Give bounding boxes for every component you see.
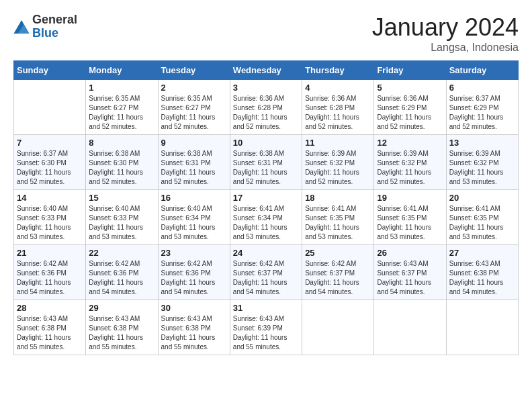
day-number: 16 [161,193,227,203]
sunrise-label: Sunrise: 6:42 AM [17,260,68,267]
daylight-label: Daylight: 11 hours and 53 minutes. [233,224,287,240]
day-info: Sunrise: 6:43 AMSunset: 6:38 PMDaylight:… [89,314,154,352]
calendar-cell: 14Sunrise: 6:40 AMSunset: 6:33 PMDayligh… [14,190,86,245]
daylight-label: Daylight: 11 hours and 53 minutes. [89,224,143,240]
weekday-header-wednesday: Wednesday [230,61,302,80]
weekday-header-saturday: Saturday [446,61,518,80]
sunset-label: Sunset: 6:28 PM [305,104,355,111]
sunrise-label: Sunrise: 6:43 AM [17,315,68,322]
sunset-label: Sunset: 6:33 PM [17,214,66,222]
sunset-label: Sunset: 6:38 PM [89,324,138,332]
calendar-cell: 13Sunrise: 6:39 AMSunset: 6:32 PMDayligh… [446,135,518,190]
title-block: January 2024 Langsa, Indonesia [372,13,519,54]
sunset-label: Sunset: 6:34 PM [161,214,211,222]
week-row-2: 7Sunrise: 6:37 AMSunset: 6:30 PMDaylight… [14,135,519,190]
sunrise-label: Sunrise: 6:41 AM [233,205,284,212]
sunrise-label: Sunrise: 6:36 AM [305,95,356,102]
daylight-label: Daylight: 11 hours and 52 minutes. [233,169,287,185]
calendar-cell: 25Sunrise: 6:42 AMSunset: 6:37 PMDayligh… [302,245,374,300]
daylight-label: Daylight: 11 hours and 54 minutes. [17,279,71,295]
weekday-header-thursday: Thursday [302,61,374,80]
sunset-label: Sunset: 6:39 PM [233,324,283,332]
calendar-cell: 2Sunrise: 6:35 AMSunset: 6:27 PMDaylight… [158,80,230,135]
daylight-label: Daylight: 11 hours and 55 minutes. [233,334,287,351]
page-header: General Blue January 2024 Langsa, Indone… [13,13,519,54]
day-info: Sunrise: 6:43 AMSunset: 6:38 PMDaylight:… [449,259,515,297]
day-number: 23 [161,248,227,258]
sunrise-label: Sunrise: 6:38 AM [233,150,284,157]
sunset-label: Sunset: 6:27 PM [161,104,211,111]
day-number: 9 [161,138,227,148]
sunrise-label: Sunrise: 6:41 AM [305,205,356,212]
sunrise-label: Sunrise: 6:38 AM [89,150,140,157]
calendar-cell: 4Sunrise: 6:36 AMSunset: 6:28 PMDaylight… [302,80,374,135]
sunset-label: Sunset: 6:38 PM [17,324,66,332]
calendar-cell: 16Sunrise: 6:40 AMSunset: 6:34 PMDayligh… [158,190,230,245]
day-info: Sunrise: 6:40 AMSunset: 6:33 PMDaylight:… [17,204,83,242]
day-number: 22 [89,248,154,258]
daylight-label: Daylight: 11 hours and 53 minutes. [449,169,504,185]
sunrise-label: Sunrise: 6:36 AM [377,95,428,102]
calendar-cell: 12Sunrise: 6:39 AMSunset: 6:32 PMDayligh… [374,135,446,190]
calendar-cell: 31Sunrise: 6:43 AMSunset: 6:39 PMDayligh… [230,300,302,355]
sunrise-label: Sunrise: 6:40 AM [161,205,212,212]
sunrise-label: Sunrise: 6:43 AM [161,315,212,322]
logo-general: General [32,13,77,27]
day-info: Sunrise: 6:39 AMSunset: 6:32 PMDaylight:… [449,149,515,187]
sunset-label: Sunset: 6:38 PM [449,269,499,277]
daylight-label: Daylight: 11 hours and 54 minutes. [89,279,143,295]
daylight-label: Daylight: 11 hours and 54 minutes. [377,279,431,295]
daylight-label: Daylight: 11 hours and 52 minutes. [305,113,359,130]
day-number: 8 [89,138,154,148]
sunset-label: Sunset: 6:35 PM [449,214,499,222]
sunrise-label: Sunrise: 6:36 AM [233,95,284,102]
daylight-label: Daylight: 11 hours and 52 minutes. [305,169,359,185]
day-info: Sunrise: 6:38 AMSunset: 6:31 PMDaylight:… [161,149,227,187]
day-info: Sunrise: 6:43 AMSunset: 6:38 PMDaylight:… [17,314,83,352]
calendar-cell [14,80,86,135]
day-info: Sunrise: 6:35 AMSunset: 6:27 PMDaylight:… [161,94,227,132]
logo-blue: Blue [32,27,77,40]
sunrise-label: Sunrise: 6:41 AM [449,205,500,212]
day-number: 1 [89,83,154,93]
daylight-label: Daylight: 11 hours and 52 minutes. [89,113,143,130]
calendar-cell: 22Sunrise: 6:42 AMSunset: 6:36 PMDayligh… [86,245,158,300]
calendar-cell [446,300,518,355]
sunrise-label: Sunrise: 6:41 AM [377,205,428,212]
sunset-label: Sunset: 6:28 PM [233,104,283,111]
sunrise-label: Sunrise: 6:40 AM [89,205,140,212]
sunset-label: Sunset: 6:32 PM [449,159,499,167]
daylight-label: Daylight: 11 hours and 54 minutes. [449,279,504,295]
day-info: Sunrise: 6:42 AMSunset: 6:36 PMDaylight:… [161,259,227,297]
daylight-label: Daylight: 11 hours and 52 minutes. [89,169,143,185]
day-number: 24 [233,248,299,258]
day-number: 5 [377,83,443,93]
calendar-cell: 6Sunrise: 6:37 AMSunset: 6:29 PMDaylight… [446,80,518,135]
sunset-label: Sunset: 6:35 PM [377,214,427,222]
daylight-label: Daylight: 11 hours and 55 minutes. [161,334,216,351]
daylight-label: Daylight: 11 hours and 53 minutes. [161,224,216,240]
day-info: Sunrise: 6:37 AMSunset: 6:29 PMDaylight:… [449,94,515,132]
sunrise-label: Sunrise: 6:37 AM [17,150,68,157]
sunrise-label: Sunrise: 6:42 AM [305,260,356,267]
day-number: 7 [17,138,83,148]
sunrise-label: Sunrise: 6:35 AM [161,95,212,102]
day-info: Sunrise: 6:43 AMSunset: 6:39 PMDaylight:… [233,314,299,352]
day-number: 28 [17,303,83,313]
daylight-label: Daylight: 11 hours and 54 minutes. [305,279,359,295]
day-info: Sunrise: 6:42 AMSunset: 6:37 PMDaylight:… [233,259,299,297]
calendar-cell: 11Sunrise: 6:39 AMSunset: 6:32 PMDayligh… [302,135,374,190]
sunrise-label: Sunrise: 6:37 AM [449,95,500,102]
sunrise-label: Sunrise: 6:38 AM [161,150,212,157]
calendar-cell: 19Sunrise: 6:41 AMSunset: 6:35 PMDayligh… [374,190,446,245]
daylight-label: Daylight: 11 hours and 53 minutes. [449,224,504,240]
daylight-label: Daylight: 11 hours and 52 minutes. [17,169,71,185]
sunset-label: Sunset: 6:30 PM [89,159,138,167]
day-info: Sunrise: 6:39 AMSunset: 6:32 PMDaylight:… [377,149,443,187]
day-number: 20 [449,193,515,203]
day-number: 31 [233,303,299,313]
sunrise-label: Sunrise: 6:43 AM [377,260,428,267]
sunset-label: Sunset: 6:37 PM [377,269,427,277]
sunset-label: Sunset: 6:36 PM [161,269,211,277]
calendar-cell: 30Sunrise: 6:43 AMSunset: 6:38 PMDayligh… [158,300,230,355]
